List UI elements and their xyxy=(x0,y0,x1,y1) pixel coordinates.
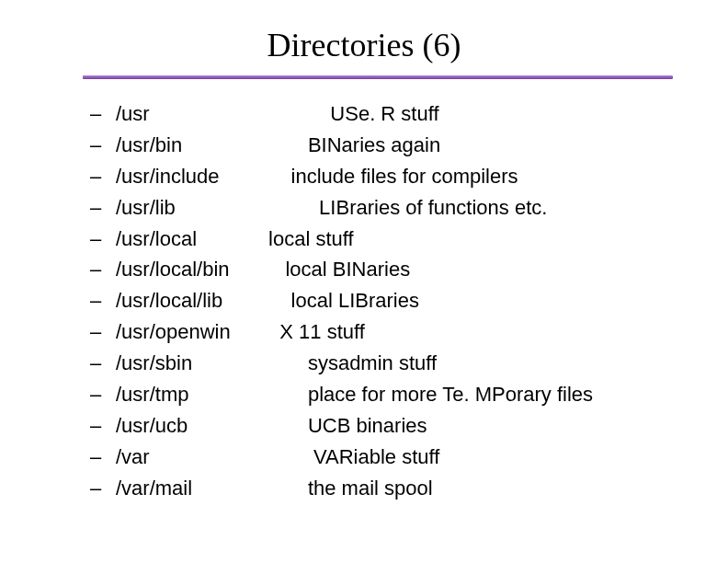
dir-desc: the mail spool xyxy=(263,474,433,503)
dir-path: /var/mail xyxy=(116,474,263,503)
dir-desc: X 11 stuff xyxy=(263,317,365,347)
bullet-dash: – xyxy=(90,255,116,284)
list-item: – /usr/tmp place for more Te. MPorary fi… xyxy=(90,380,728,409)
dir-desc: local stuff xyxy=(263,224,354,254)
list-item: – /usr/local/bin local BINaries xyxy=(90,255,728,284)
list-item: – /usr/openwin X 11 stuff xyxy=(90,317,728,347)
dir-desc: USe. R stuff xyxy=(263,99,439,129)
list-item: – /var VARiable stuff xyxy=(90,442,728,472)
slide-title: Directories (6) xyxy=(0,0,728,75)
bullet-dash: – xyxy=(90,131,116,160)
dir-path: /usr/include xyxy=(116,162,263,191)
list-item: – /usr/local local stuff xyxy=(90,224,728,254)
bullet-dash: – xyxy=(90,99,116,129)
bullet-dash: – xyxy=(90,349,116,378)
dir-path: /usr/sbin xyxy=(116,349,263,378)
list-item: – /usr/lib LIBraries of functions etc. xyxy=(90,193,728,223)
bullet-dash: – xyxy=(90,442,116,472)
bullet-dash: – xyxy=(90,411,116,441)
dir-desc: UCB binaries xyxy=(263,411,427,441)
list-item: – /usr/include include files for compile… xyxy=(90,162,728,191)
bullet-dash: – xyxy=(90,474,116,503)
dir-path: /usr/local/bin xyxy=(116,255,263,284)
dir-path: /usr/local xyxy=(116,224,263,254)
dir-path: /usr xyxy=(116,99,263,129)
dir-path: /usr/bin xyxy=(116,131,263,160)
list-item: – /usr/bin BINaries again xyxy=(90,131,728,160)
bullet-dash: – xyxy=(90,317,116,347)
dir-desc: VARiable stuff xyxy=(263,442,439,472)
dir-desc: local BINaries xyxy=(263,255,410,284)
dir-desc: BINaries again xyxy=(263,131,440,160)
bullet-dash: – xyxy=(90,224,116,254)
list-item: – /usr USe. R stuff xyxy=(90,99,728,129)
list-item: – /usr/sbin sysadmin stuff xyxy=(90,349,728,378)
bullet-dash: – xyxy=(90,162,116,191)
dir-desc: include files for compilers xyxy=(263,162,518,191)
dir-path: /usr/lib xyxy=(116,193,263,223)
dir-desc: LIBraries of functions etc. xyxy=(263,193,547,223)
dir-path: /usr/ucb xyxy=(116,411,263,441)
list-item: – /usr/ucb UCB binaries xyxy=(90,411,728,441)
bullet-dash: – xyxy=(90,193,116,223)
directory-list: – /usr USe. R stuff – /usr/bin BINaries … xyxy=(90,99,728,503)
bullet-dash: – xyxy=(90,286,116,316)
dir-desc: sysadmin stuff xyxy=(263,349,437,378)
list-item: – /var/mail the mail spool xyxy=(90,474,728,503)
dir-desc: place for more Te. MPorary files xyxy=(263,380,593,409)
dir-path: /usr/tmp xyxy=(116,380,263,409)
dir-path: /var xyxy=(116,442,263,472)
dir-path: /usr/local/lib xyxy=(116,286,263,316)
dir-path: /usr/openwin xyxy=(116,317,263,347)
dir-desc: local LIBraries xyxy=(263,286,419,316)
list-item: – /usr/local/lib local LIBraries xyxy=(90,286,728,316)
title-underline xyxy=(83,75,673,79)
bullet-dash: – xyxy=(90,380,116,409)
